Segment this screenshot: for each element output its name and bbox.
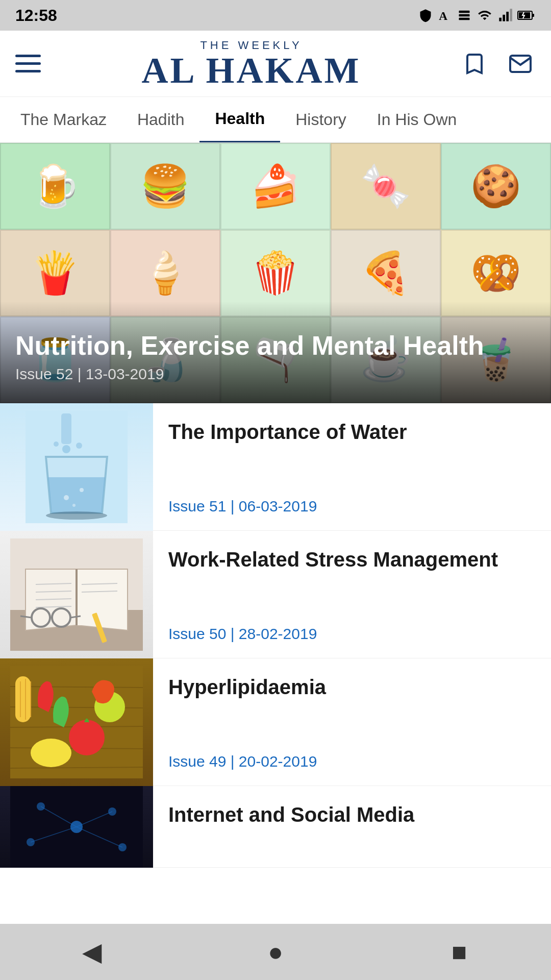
article-title-hyperlipidaemia: Hyperlipidaemia [168,674,536,700]
svg-point-16 [64,495,69,500]
bookmark-button[interactable] [459,48,490,79]
article-title-water: The Importance of Water [168,419,536,445]
svg-point-17 [80,488,84,492]
svg-point-13 [62,445,70,453]
svg-rect-2 [459,14,470,17]
svg-point-14 [54,442,59,447]
article-title-stress: Work-Related Stress Management [168,546,536,573]
nav-right-icons [459,48,536,79]
food-icon-candy: 🍬 [331,143,441,230]
svg-point-19 [46,511,107,520]
svg-point-45 [69,720,105,755]
tab-in-his-own[interactable]: In His Own [362,97,472,143]
back-button[interactable]: ◀ [66,932,117,972]
book-illustration [10,538,143,651]
article-issue-hyperlipidaemia: Issue 49 | 20-02-2019 [168,753,536,770]
logo-area: THE WEEKLY AL HAKAM [141,39,361,89]
article-item-social-media[interactable]: Internet and Social Media [0,786,551,868]
article-title-social-media: Internet and Social Media [168,801,536,828]
category-tabs: The Markaz Hadith Health History In His … [0,97,551,143]
recent-button[interactable]: ■ [434,932,485,972]
bookmark-icon [462,52,487,76]
featured-issue: Issue 52 | 13-03-2019 [15,365,536,383]
article-thumb-water [0,403,153,531]
storage-icon [457,8,471,22]
article-issue-water: Issue 51 | 06-03-2019 [168,498,536,515]
hamburger-line-2 [15,62,41,65]
veggies-illustration [10,666,143,778]
svg-rect-9 [532,14,534,17]
article-info-hyperlipidaemia: Hyperlipidaemia Issue 49 | 20-02-2019 [153,658,551,786]
article-item-stress[interactable]: Work-Related Stress Management Issue 50 … [0,531,551,658]
article-info-social-media: Internet and Social Media [153,786,551,868]
svg-point-47 [31,739,71,767]
tab-hadith[interactable]: Hadith [122,97,200,143]
svg-rect-5 [503,15,505,21]
svg-rect-1 [459,11,470,13]
battery-icon [517,8,536,22]
svg-rect-41 [15,676,31,722]
tab-the-markaz[interactable]: The Markaz [5,97,122,143]
wifi-icon [477,8,493,22]
article-info-water: The Importance of Water Issue 51 | 06-03… [153,403,551,530]
status-time: 12:58 [15,6,57,25]
recent-icon: ■ [452,937,467,967]
logo-title: AL HAKAM [141,52,361,89]
top-nav: THE WEEKLY AL HAKAM [0,31,551,97]
bottom-nav: ◀ ● ■ [0,924,551,980]
home-button[interactable]: ● [250,932,301,972]
hamburger-line-1 [15,55,41,57]
tab-history[interactable]: History [280,97,362,143]
shield-icon [418,8,433,22]
svg-rect-7 [510,9,512,21]
social-illustration [10,786,143,868]
article-issue-stress: Issue 50 | 28-02-2019 [168,625,536,643]
food-icon-beer: 🍺 [0,143,110,230]
svg-rect-12 [61,413,71,444]
svg-rect-3 [459,18,470,20]
hamburger-line-3 [15,70,41,72]
article-item-hyperlipidaemia[interactable]: Hyperlipidaemia Issue 49 | 20-02-2019 [0,658,551,786]
signal-icon [498,8,512,22]
mail-button[interactable] [505,48,536,79]
article-thumb-stress [0,531,153,658]
back-icon: ◀ [82,937,102,967]
article-thumb-social [0,786,153,868]
food-icon-cookie: 🍪 [441,143,551,230]
svg-rect-4 [499,18,502,21]
food-icon-burger: 🍔 [110,143,220,230]
menu-button[interactable] [15,50,43,78]
svg-text:A: A [439,9,447,22]
status-bar: 12:58 A [0,0,551,31]
svg-point-15 [76,443,82,449]
mail-icon [508,52,533,76]
svg-point-18 [72,504,76,507]
home-icon: ● [268,937,283,967]
article-info-stress: Work-Related Stress Management Issue 50 … [153,531,551,658]
featured-title: Nutrition, Exercise and Mental Health [15,330,536,361]
font-icon: A [438,8,452,22]
svg-rect-6 [506,12,509,21]
food-icon-cake: 🍰 [220,143,331,230]
article-item-water[interactable]: The Importance of Water Issue 51 | 06-03… [0,403,551,531]
featured-article[interactable]: 🍺 🍔 🍰 🍬 🍪 🍟 🍦 🍿 🍕 🥨 🫙 🍶 🫗 ☕ 🧋 Nutrition,… [0,143,551,403]
water-illustration [26,411,128,523]
featured-overlay: Nutrition, Exercise and Mental Health Is… [0,301,551,403]
article-thumb-veggies [0,658,153,786]
status-icons: A [418,8,536,22]
tab-health[interactable]: Health [199,97,280,143]
